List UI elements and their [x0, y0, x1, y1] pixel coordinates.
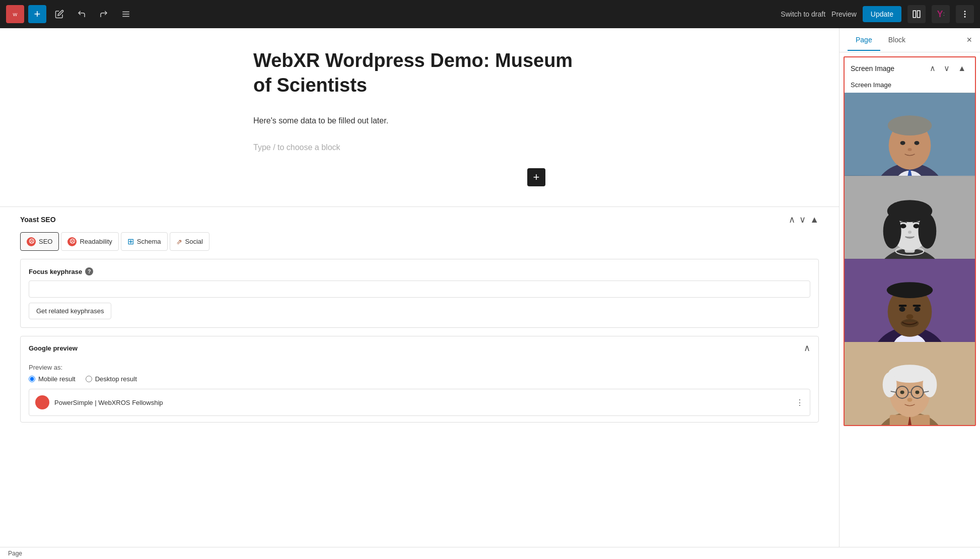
- yoast-expand-button[interactable]: ∨: [799, 214, 806, 225]
- add-block-button[interactable]: +: [28, 5, 46, 23]
- yoast-header-controls: ∧ ∨ ▲: [789, 214, 819, 225]
- status-text: Page: [8, 550, 22, 557]
- editor-area: WebXR Wordpress Demo: Museum of Scientis…: [0, 28, 839, 547]
- block-placeholder[interactable]: Type / to choose a block: [253, 139, 586, 156]
- settings-layout-button[interactable]: [907, 5, 926, 23]
- more-options-button[interactable]: [956, 5, 974, 23]
- focus-keyphrase-input[interactable]: [29, 281, 810, 298]
- svg-rect-6: [918, 11, 920, 18]
- google-preview-collapse-button[interactable]: ∧: [804, 342, 810, 354]
- social-tab-label: Social: [185, 238, 203, 245]
- readability-tab-label: Readability: [80, 238, 112, 245]
- desktop-result-radio[interactable]: [86, 376, 92, 382]
- snippet-favicon: [35, 395, 49, 409]
- scientist-image-2[interactable]: [845, 176, 975, 259]
- svg-rect-39: [913, 305, 921, 307]
- yoast-icon-button[interactable]: Y ⁚: [932, 5, 950, 23]
- focus-keyphrase-help-icon[interactable]: ?: [85, 267, 93, 275]
- toolbar-right: Switch to draft Preview Update Y ⁚: [781, 5, 974, 23]
- update-button[interactable]: Update: [863, 6, 901, 22]
- readability-status-icon: ☹: [67, 237, 77, 246]
- yoast-tab-readability[interactable]: ☹ Readability: [61, 232, 118, 251]
- panel-expand-down-button[interactable]: ∨: [941, 62, 953, 74]
- yoast-move-up-button[interactable]: ▲: [810, 215, 819, 225]
- svg-point-26: [883, 214, 901, 249]
- redo-button[interactable]: [95, 5, 113, 23]
- svg-point-35: [887, 282, 933, 298]
- sidebar-tab-block[interactable]: Block: [880, 30, 914, 51]
- sidebar-header: Page Block ×: [839, 28, 980, 52]
- svg-point-59: [907, 398, 913, 402]
- scientist-image-3[interactable]: [845, 259, 975, 342]
- desktop-result-option[interactable]: Desktop result: [86, 375, 137, 383]
- list-view-button[interactable]: [117, 5, 135, 23]
- seo-status-icon: ☹: [27, 237, 36, 246]
- svg-point-40: [906, 314, 914, 319]
- google-preview-title: Google preview: [29, 344, 78, 352]
- preview-snippet: PowerSimple | WebXROS Fellowship ⋮: [29, 389, 810, 416]
- panel-title: Screen Image: [851, 64, 894, 73]
- svg-point-50: [883, 372, 897, 397]
- svg-point-19: [908, 148, 912, 151]
- yoast-tabs: ☹ SEO ☹ Readability ⊞ Schema ⇗ Social: [20, 232, 819, 251]
- sidebar-tab-page[interactable]: Page: [848, 30, 880, 51]
- editor-content: WebXR Wordpress Demo: Museum of Scientis…: [233, 48, 606, 186]
- svg-point-18: [914, 141, 919, 145]
- status-bar: Page: [0, 547, 980, 559]
- switch-to-draft-button[interactable]: Switch to draft: [781, 10, 825, 18]
- post-paragraph[interactable]: Here's some data to be filled out later.: [253, 114, 586, 127]
- screen-image-panel: Screen Image ∧ ∨ ▲ Screen Image: [844, 56, 976, 426]
- svg-point-57: [900, 390, 904, 394]
- schema-tab-label: Schema: [137, 238, 161, 245]
- focus-keyphrase-label: Focus keyphrase ?: [29, 267, 810, 275]
- focus-keyphrase-section: Focus keyphrase ? Get related keyphrases: [20, 259, 819, 328]
- preview-button[interactable]: Preview: [831, 10, 857, 18]
- scientist-image-1[interactable]: [845, 93, 975, 176]
- svg-point-41: [901, 319, 919, 327]
- google-preview-header[interactable]: Google preview ∧: [21, 336, 818, 360]
- panel-controls: ∧ ∨ ▲: [927, 62, 969, 74]
- snippet-title: PowerSimple | WebXROS Fellowship: [54, 399, 791, 406]
- seo-tab-label: SEO: [39, 238, 52, 245]
- svg-point-17: [900, 141, 905, 145]
- main-layout: WebXR Wordpress Demo: Museum of Scientis…: [0, 28, 980, 547]
- edit-mode-button[interactable]: [50, 5, 68, 23]
- svg-point-30: [908, 231, 912, 234]
- yoast-tab-schema[interactable]: ⊞ Schema: [121, 232, 168, 251]
- yoast-tab-seo[interactable]: ☹ SEO: [20, 232, 59, 251]
- yoast-title: Yoast SEO: [20, 216, 56, 224]
- preview-radio-group: Mobile result Desktop result: [21, 375, 818, 389]
- inline-add-block-button[interactable]: +: [527, 168, 545, 186]
- svg-point-7: [964, 11, 965, 12]
- screen-image-label: Screen Image: [845, 79, 975, 93]
- mobile-result-option[interactable]: Mobile result: [29, 375, 76, 383]
- google-preview-section: Google preview ∧ Preview as: Mobile resu…: [20, 336, 819, 423]
- yoast-body: ☹ SEO ☹ Readability ⊞ Schema ⇗ Social: [0, 232, 839, 423]
- wp-logo: W: [6, 5, 24, 23]
- svg-rect-38: [899, 305, 907, 307]
- sidebar-close-button[interactable]: ×: [966, 35, 972, 45]
- get-related-keyphrases-button[interactable]: Get related keyphrases: [29, 303, 111, 319]
- snippet-more-button[interactable]: ⋮: [796, 398, 804, 407]
- svg-point-36: [899, 307, 905, 312]
- panel-move-up-button[interactable]: ▲: [955, 62, 969, 74]
- svg-point-9: [964, 17, 965, 18]
- svg-point-27: [918, 214, 936, 249]
- yoast-header[interactable]: Yoast SEO ∧ ∨ ▲: [0, 207, 839, 232]
- svg-point-37: [914, 307, 920, 312]
- svg-point-8: [964, 14, 965, 15]
- schema-icon: ⊞: [127, 237, 134, 246]
- yoast-seo-panel: Yoast SEO ∧ ∨ ▲ ☹ SEO ☹ Readability: [0, 206, 839, 423]
- scientist-image-4[interactable]: [845, 342, 975, 425]
- sidebar-tabs: Page Block: [848, 30, 914, 51]
- right-sidebar: Page Block × Screen Image ∧ ∨ ▲ Screen I…: [839, 28, 980, 547]
- svg-point-16: [888, 115, 932, 135]
- post-title[interactable]: WebXR Wordpress Demo: Museum of Scientis…: [253, 48, 586, 98]
- toolbar: W + Switch to draft Preview Update: [0, 0, 980, 28]
- undo-button[interactable]: [73, 5, 91, 23]
- mobile-result-radio[interactable]: [29, 376, 35, 382]
- yoast-tab-social[interactable]: ⇗ Social: [170, 232, 209, 251]
- panel-header: Screen Image ∧ ∨ ▲: [845, 57, 975, 79]
- panel-collapse-up-button[interactable]: ∧: [927, 62, 939, 74]
- yoast-collapse-button[interactable]: ∧: [789, 214, 795, 225]
